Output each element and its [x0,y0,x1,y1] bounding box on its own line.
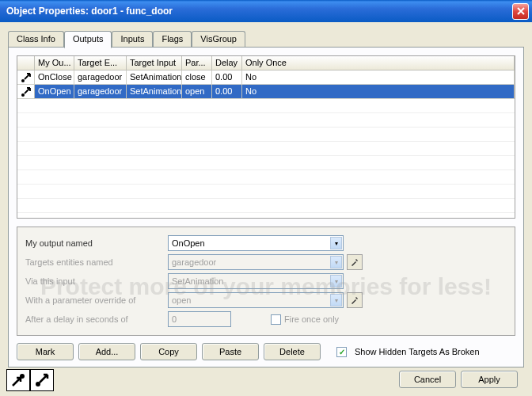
input-via[interactable]: SetAnimation ▾ [168,273,344,289]
eyedropper-button[interactable] [347,254,363,270]
table-row[interactable]: OnClosegaragedoorSetAnimationclose0.00No [17,70,515,85]
label-targets: Targets entities named [25,257,168,267]
apply-button[interactable]: Apply [461,371,518,388]
svg-point-0 [21,79,25,82]
col-target-input[interactable]: Target Input [127,56,182,70]
input-icon-button[interactable] [6,369,30,391]
delete-button[interactable]: Delete [264,343,321,360]
titlebar: Object Properties: door1 - func_door [0,0,532,22]
tab-panel: My Ou... Target E... Target Input Par...… [8,47,524,367]
col-my-output[interactable]: My Ou... [35,56,74,70]
col-delay[interactable]: Delay [212,56,242,70]
col-param[interactable]: Par... [182,56,212,70]
copy-button[interactable]: Copy [140,343,197,360]
chevron-down-icon[interactable]: ▾ [330,275,342,287]
label-fire-once: Fire once only [284,314,339,324]
tab-outputs[interactable]: Outputs [64,31,112,48]
input-param[interactable]: open ▾ [168,292,344,308]
dialog-body: Class Info Outputs Inputs Flags VisGroup… [0,22,532,396]
input-arrow-icon [10,372,26,388]
input-delay[interactable]: 0 [168,311,231,327]
close-button[interactable] [512,3,529,20]
button-row: Mark Add... Copy Paste Delete Show Hidde… [17,343,515,360]
paste-button[interactable]: Paste [202,343,259,360]
tab-strip: Class Info Outputs Inputs Flags VisGroup [8,30,524,47]
chevron-down-icon[interactable]: ▾ [330,256,342,268]
eyedropper-icon [350,257,359,267]
output-arrow-icon [34,372,50,388]
add-button[interactable]: Add... [78,343,135,360]
mark-button[interactable]: Mark [17,343,74,360]
output-icon-button[interactable] [30,369,54,391]
eyedropper-button-2[interactable] [347,292,363,308]
output-arrow-icon [17,85,35,99]
io-toggle [6,369,54,391]
label-delay: After a delay in seconds of [25,314,168,324]
tab-flags[interactable]: Flags [153,31,192,48]
cancel-button[interactable]: Cancel [399,371,456,388]
chevron-down-icon[interactable]: ▾ [330,237,342,249]
svg-point-2 [20,374,25,379]
table-row[interactable]: OnOpengaragedoorSetAnimationopen0.00No [17,85,515,99]
col-target[interactable]: Target E... [74,56,127,70]
outputs-grid[interactable]: My Ou... Target E... Target Input Par...… [17,55,515,219]
dialog-buttons: Cancel Apply [399,371,518,388]
label-param: With a parameter override of [25,295,168,305]
grid-header: My Ou... Target E... Target Input Par...… [17,56,515,70]
eyedropper-icon [350,295,359,305]
window-title: Object Properties: door1 - func_door [6,6,512,17]
col-icon[interactable] [17,56,35,70]
checkbox-fire-once[interactable] [271,314,281,325]
output-arrow-icon [17,70,35,85]
col-only-once[interactable]: Only Once [242,56,515,70]
tab-class-info[interactable]: Class Info [8,31,64,48]
label-my-output: My output named [25,238,168,248]
input-my-output[interactable]: OnOpen ▾ [168,235,344,251]
chevron-down-icon[interactable]: ▾ [330,294,342,307]
tab-inputs[interactable]: Inputs [112,31,153,48]
label-show-hidden: Show Hidden Targets As Broken [355,347,480,356]
tab-visgroup[interactable]: VisGroup [192,31,245,48]
checkbox-show-hidden[interactable] [336,347,347,357]
output-form: My output named OnOpen ▾ Targets entitie… [17,227,515,336]
close-icon [517,7,525,15]
svg-point-1 [21,93,25,97]
input-targets[interactable]: garagedoor ▾ [168,254,344,270]
label-via: Via this input [25,276,168,286]
